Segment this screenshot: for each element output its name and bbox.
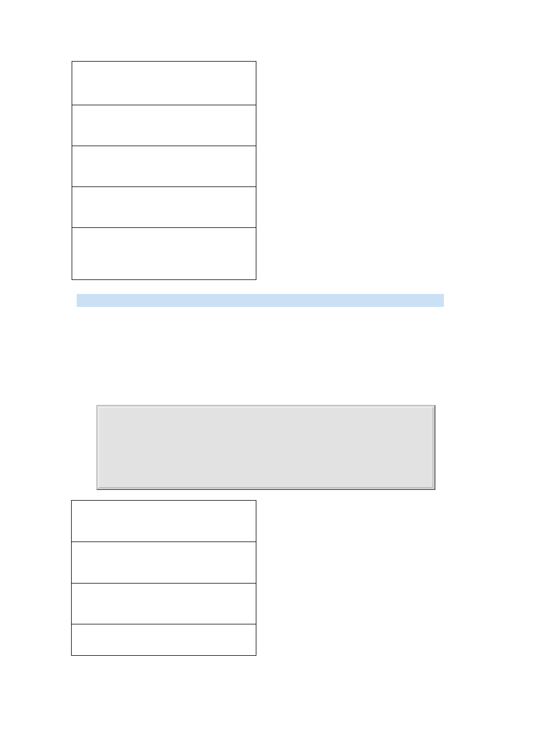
table-row (72, 542, 256, 584)
table-row (72, 62, 256, 105)
inset-panel (96, 405, 435, 490)
highlight-bar (77, 294, 444, 307)
table-row (72, 187, 256, 228)
table-row (72, 105, 256, 146)
table-2 (71, 500, 256, 656)
table-row (72, 501, 256, 542)
table-row (72, 146, 256, 187)
table-row (72, 624, 256, 655)
table-row (72, 228, 256, 279)
table-row (72, 584, 256, 624)
table-1 (72, 61, 256, 280)
